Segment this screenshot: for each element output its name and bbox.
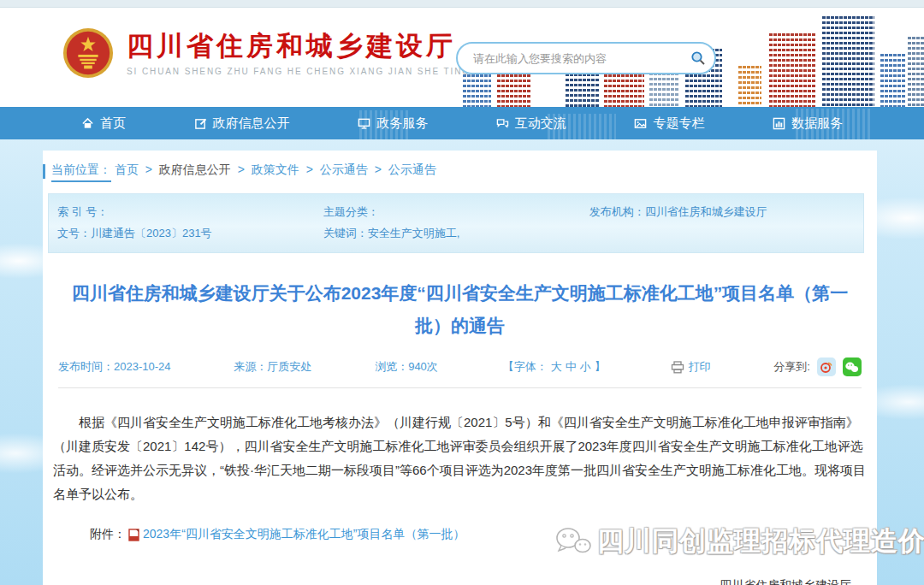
font-small[interactable]: 小 [580, 360, 591, 373]
picture-icon [634, 117, 647, 130]
font-medium[interactable]: 中 [566, 360, 577, 373]
breadcrumb: 当前位置： 首页 > 政府信息公开 > 政策文件 > 公示通告 > 公示通告 [43, 151, 877, 178]
meta-keywords: 关键词：安全生产文明施工, [323, 222, 589, 244]
attachment-link[interactable]: 2023年“四川省安全文明施工标准化工地”项目名单（第一批） [143, 527, 465, 542]
wechat-share-icon[interactable] [843, 358, 862, 376]
nav-item-home[interactable]: 首页 [81, 115, 126, 132]
font-large[interactable]: 大 [551, 360, 562, 373]
font-size-control: 【字体：大中小】 [501, 359, 607, 375]
nav-label: 专题专栏 [653, 115, 704, 132]
watermark-text: 四川同创监理招标代理造价 [597, 523, 924, 559]
meta-agency: 发布机构：四川省住房和城乡建设厅 [589, 201, 863, 222]
breadcrumb-item-notice[interactable]: 公示通告 [320, 162, 368, 176]
search-input[interactable] [471, 51, 687, 66]
publish-info-bar: 发布时间：2023-10-24 来源：厅质安处 浏览：940次 【字体：大中小】… [58, 358, 862, 388]
chat-bubbles-icon [496, 117, 509, 130]
meta-index: 索 引 号： [57, 201, 323, 222]
breadcrumb-item-policy[interactable]: 政策文件 [252, 162, 299, 176]
bar-chart-icon [773, 117, 785, 130]
nav-item-data-services[interactable]: 数据服务 [773, 115, 843, 132]
home-icon [81, 117, 94, 130]
print-button[interactable]: 打印 [671, 359, 711, 375]
search-bar [456, 42, 716, 74]
search-icon[interactable] [687, 50, 714, 66]
document-icon [128, 529, 140, 541]
wechat-bubbles-icon [554, 525, 592, 558]
top-strip [0, 0, 924, 8]
pen-square-icon [194, 117, 207, 130]
issuing-org: 四川省住房和城乡建设厅 [43, 578, 851, 585]
document-meta-panel: 索 引 号： 文号：川建通告〔2023〕231号 主题分类： 关键词：安全生产文… [48, 193, 864, 253]
share-label: 分享到: [773, 359, 810, 375]
publish-date: 发布时间：2023-10-24 [58, 359, 171, 375]
site-logo: 四川省住房和城乡建设厅 SI CHUAN SHENG ZHU FANG HE C… [62, 27, 471, 80]
nav-label: 首页 [100, 115, 126, 132]
page-title: 四川省住房和城乡建设厅关于公布2023年度“四川省安全生产文明施工标准化工地”项… [67, 277, 854, 342]
nav-label: 数据服务 [791, 115, 843, 132]
nav-item-gov-services[interactable]: 政务服务 [358, 115, 428, 132]
nav-label: 互动交流 [515, 115, 566, 132]
site-title-pinyin: SI CHUAN SHENG ZHU FANG HE CHENG XIANG J… [127, 67, 471, 76]
meta-topic: 主题分类： [323, 201, 589, 222]
national-emblem-icon [62, 27, 115, 80]
breadcrumb-accent-bar [43, 164, 45, 179]
breadcrumb-item-home[interactable]: 首页 [115, 162, 139, 176]
meta-doc-number: 文号：川建通告〔2023〕231号 [57, 222, 323, 244]
article-body: 根据《四川省安全生产文明施工标准化工地考核办法》（川建行规〔2021〕5号）和《… [53, 411, 867, 506]
content-card: 当前位置： 首页 > 政府信息公开 > 政策文件 > 公示通告 > 公示通告 索… [43, 151, 877, 585]
site-header: 四川省住房和城乡建设厅 SI CHUAN SHENG ZHU FANG HE C… [0, 8, 924, 107]
monitor-icon [358, 117, 370, 130]
breadcrumb-item-notice2[interactable]: 公示通告 [388, 162, 436, 176]
weibo-share-icon[interactable] [817, 358, 836, 376]
nav-item-info-disclosure[interactable]: 政府信息公开 [194, 115, 290, 132]
share-controls: 分享到: [773, 358, 862, 376]
nav-item-special-topics[interactable]: 专题专栏 [634, 115, 704, 132]
nav-item-interaction[interactable]: 互动交流 [496, 115, 566, 132]
breadcrumb-label: 当前位置： [51, 162, 111, 182]
source: 来源：厅质安处 [234, 359, 311, 375]
watermark: 四川同创监理招标代理造价 [554, 523, 924, 559]
main-nav: 首页 政府信息公开 政务服务 互动交流 专题专栏 [0, 107, 924, 139]
attachment-label: 附件： [90, 527, 126, 542]
view-count: 浏览：940次 [375, 359, 438, 375]
nav-label: 政务服务 [376, 115, 428, 132]
site-title: 四川省住房和城乡建设厅 [127, 31, 471, 62]
printer-icon [671, 361, 684, 374]
breadcrumb-item-info[interactable]: 政府信息公开 [159, 162, 231, 176]
nav-label: 政府信息公开 [213, 115, 290, 132]
page: 四川省住房和城乡建设厅 SI CHUAN SHENG ZHU FANG HE C… [0, 0, 924, 585]
